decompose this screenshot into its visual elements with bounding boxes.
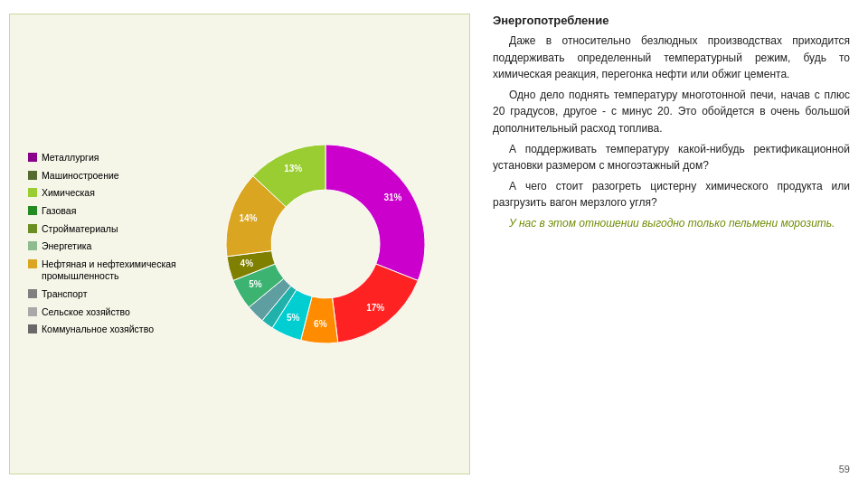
legend-item-label: Газовая — [42, 205, 76, 218]
article-paragraph: А поддерживать температуру какой-нибудь … — [493, 141, 850, 174]
legend-item: Газовая — [28, 205, 182, 218]
legend-item-label: Стройматериалы — [42, 223, 118, 236]
donut-label: 31% — [383, 192, 401, 202]
legend-color-swatch — [28, 289, 37, 298]
legend-color-swatch — [28, 188, 37, 197]
legend-color-swatch — [28, 206, 37, 215]
legend-color-swatch — [28, 307, 37, 316]
donut-label: 13% — [284, 164, 302, 174]
donut-label: 6% — [314, 319, 327, 329]
article-title: Энергопотребление — [493, 14, 850, 27]
right-panel: Энергопотребление Даже в относительно бе… — [479, 0, 868, 488]
donut-label: 4% — [241, 258, 254, 268]
legend-item: Транспорт — [28, 288, 182, 301]
legend-item: Металлургия — [28, 152, 182, 164]
legend-color-swatch — [28, 324, 37, 333]
legend-item-label: Коммунальное хозяйство — [42, 324, 154, 336]
article-paragraph: Даже в относительно безлюдных производст… — [493, 33, 850, 83]
legend-item: Коммунальное хозяйство — [28, 324, 182, 336]
legend-item: Нефтяная и нефтехимическая промышленност… — [28, 258, 182, 283]
donut-label: 14% — [239, 213, 257, 223]
legend-item: Энергетика — [28, 240, 182, 253]
donut-segment — [326, 145, 425, 280]
article-body: Даже в относительно безлюдных производст… — [493, 33, 850, 459]
donut-area: 31%17%6%5%5%4%14%13% — [191, 136, 460, 352]
legend-color-swatch — [28, 241, 37, 250]
legend-color-swatch — [28, 259, 37, 268]
legend-color-swatch — [28, 153, 37, 162]
legend-item-label: Машиностроение — [42, 170, 119, 183]
legend-item: Стройматериалы — [28, 223, 182, 236]
highlight-green-text: У нас в этом отношении выгодно только пе… — [509, 217, 835, 230]
chart-container: Металлургия Машиностроение Химическая Га… — [9, 14, 470, 474]
article-paragraph: А чего стоит разогреть цистерну химическ… — [493, 178, 850, 211]
legend-item-label: Энергетика — [42, 240, 91, 253]
legend-item-label: Нефтяная и нефтехимическая промышленност… — [42, 258, 182, 283]
legend-item: Машиностроение — [28, 170, 182, 183]
donut-label: 5% — [249, 279, 262, 289]
legend-item-label: Химическая — [42, 187, 95, 200]
legend-item: Сельское хозяйство — [28, 306, 182, 319]
donut-label: 5% — [287, 313, 300, 323]
legend-color-swatch — [28, 171, 37, 180]
article-highlight: У нас в этом отношении выгодно только пе… — [493, 215, 850, 232]
legend-item-label: Металлургия — [42, 152, 99, 164]
legend: Металлургия Машиностроение Химическая Га… — [19, 152, 182, 336]
legend-item-label: Транспорт — [42, 288, 88, 301]
left-panel: Металлургия Машиностроение Химическая Га… — [0, 0, 479, 488]
donut-label: 17% — [366, 303, 384, 313]
legend-item-label: Сельское хозяйство — [42, 306, 130, 319]
donut-chart: 31%17%6%5%5%4%14%13% — [217, 136, 434, 352]
page-number: 59 — [493, 459, 850, 474]
article-paragraph: Одно дело поднять температуру многотонно… — [493, 87, 850, 137]
legend-color-swatch — [28, 224, 37, 233]
legend-item: Химическая — [28, 187, 182, 200]
